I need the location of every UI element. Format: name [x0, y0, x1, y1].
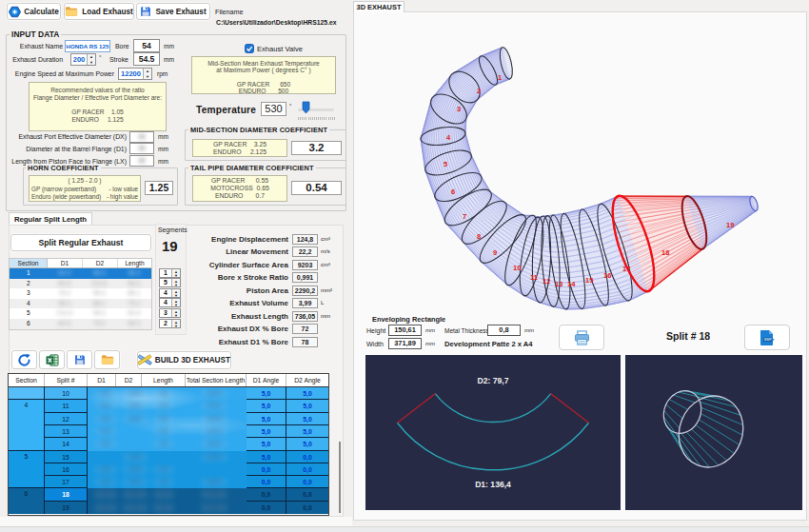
svg-text:8: 8: [477, 232, 481, 241]
svg-text:BMP: BMP: [764, 338, 772, 342]
svg-text:12: 12: [543, 277, 550, 286]
svg-text:1: 1: [498, 73, 502, 82]
svg-text:3: 3: [457, 105, 461, 113]
svg-text:17: 17: [622, 265, 630, 273]
svg-text:9: 9: [493, 248, 497, 257]
svg-text:14: 14: [567, 280, 576, 288]
svg-text:6: 6: [451, 187, 455, 196]
svg-text:15: 15: [585, 276, 593, 285]
svg-text:10: 10: [513, 264, 521, 272]
svg-text:18: 18: [661, 248, 669, 257]
svg-text:19: 19: [726, 221, 734, 229]
svg-text:5: 5: [444, 160, 447, 168]
svg-text:2: 2: [477, 87, 481, 95]
svg-text:11: 11: [530, 273, 538, 282]
svg-text:7: 7: [463, 212, 466, 221]
svg-text:16: 16: [603, 271, 611, 280]
svg-text:13: 13: [555, 280, 562, 288]
